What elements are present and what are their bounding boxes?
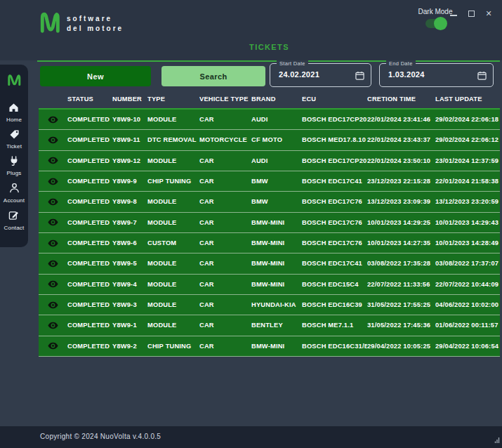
cell-brand: BMW-MINI: [251, 260, 302, 267]
cell-number: Y8W9-7: [112, 219, 147, 226]
calendar-icon[interactable]: [477, 70, 487, 83]
sidebar-item-ticket[interactable]: Ticket: [6, 129, 22, 150]
sidebar-item-plugs[interactable]: Plugs: [6, 156, 21, 176]
ticket-tag-icon: [9, 129, 20, 142]
cell-type: MODULE: [147, 322, 199, 329]
toggle-knob: [434, 17, 447, 30]
table-row[interactable]: COMPLETED Y8W9-8 MODULE CAR BMW BOSCH ED…: [39, 192, 500, 212]
dark-mode-toggle[interactable]: [425, 19, 445, 28]
cell-brand: BMW-MINI: [251, 219, 302, 226]
cell-number: Y8W9-3: [112, 301, 147, 308]
view-eye-icon[interactable]: [48, 116, 58, 124]
table-row[interactable]: COMPLETED Y8W9-7 MODULE CAR BMW-MINI BOS…: [39, 213, 500, 233]
cell-brand: AUDI: [251, 116, 302, 123]
table-row[interactable]: COMPLETED Y8W9-6 CUSTOM CAR BMW-MINI BOS…: [39, 233, 500, 253]
table-body: COMPLETED Y8W9-10 MODULE CAR AUDI BOSCH …: [39, 108, 500, 357]
view-eye-icon[interactable]: [48, 239, 58, 247]
table-row[interactable]: COMPLETED Y8W9-3 MODULE CAR HYUNDAI-KIA …: [39, 295, 500, 315]
start-date-value: 24.02.2021: [279, 70, 319, 79]
view-eye-icon[interactable]: [48, 136, 58, 144]
view-eye-icon[interactable]: [48, 322, 58, 329]
table-header-row: STATUS NUMBER TYPE VEHICLE TYPE BRAND EC…: [39, 90, 500, 108]
view-eye-icon[interactable]: [48, 218, 58, 226]
table-row[interactable]: COMPLETED Y8W9-9 CHIP TUNING CAR BMW BOS…: [39, 171, 500, 192]
table-row[interactable]: COMPLETED Y8W9-12 MODULE CAR AUDI BOSCH …: [39, 151, 500, 171]
close-icon[interactable]: ✕: [484, 9, 493, 18]
resize-grip-icon[interactable]: [494, 433, 500, 446]
cell-last-update: 10/01/2023 14:28:49: [435, 239, 500, 246]
cell-brand: AUDI: [251, 157, 302, 164]
end-date-field[interactable]: End Date 1.03.2024: [379, 63, 494, 87]
view-eye-icon[interactable]: [48, 280, 58, 288]
cell-status: COMPLETED: [67, 157, 112, 164]
cell-vehicle-type: CAR: [199, 260, 251, 267]
view-eye-icon[interactable]: [48, 342, 58, 350]
column-header-type: TYPE: [147, 95, 199, 103]
table-row[interactable]: COMPLETED Y8W9-1 MODULE CAR BENTLEY BOSC…: [39, 315, 500, 336]
person-icon: [9, 183, 20, 196]
cell-number: Y8W9-6: [112, 239, 147, 246]
cell-vehicle-type: CAR: [199, 343, 251, 350]
cell-status: COMPLETED: [67, 343, 112, 350]
cell-last-update: 29/02/2024 22:06:18: [435, 116, 500, 123]
minimize-icon[interactable]: [449, 9, 458, 18]
cell-last-update: 22/01/2024 21:58:38: [435, 178, 500, 185]
cell-number: Y8W9-4: [112, 281, 147, 288]
cell-cretion-time: 22/01/2024 23:41:46: [367, 116, 435, 123]
cell-last-update: 23/01/2024 12:37:59: [435, 157, 500, 164]
cell-cretion-time: 23/12/2023 22:15:28: [367, 178, 435, 185]
cell-ecu: BOSCH EDC17C41: [302, 260, 367, 267]
sidebar-item-home[interactable]: Home: [6, 103, 22, 123]
sidebar-item-contact[interactable]: Contact: [4, 210, 25, 231]
column-header-vehicle-type: VEHICLE TYPE: [199, 95, 251, 103]
cell-cretion-time: 31/05/2022 17:45:36: [367, 322, 435, 329]
table-row[interactable]: COMPLETED Y8W9-10 MODULE CAR AUDI BOSCH …: [39, 110, 500, 130]
accent-divider: [37, 60, 500, 62]
cell-brand: BENTLEY: [251, 322, 302, 329]
sidebar-logo-icon: [6, 74, 22, 89]
cell-brand: BMW: [251, 198, 302, 205]
calendar-icon[interactable]: [355, 70, 364, 83]
maximize-icon[interactable]: [467, 9, 475, 18]
cell-ecu: BOSCH EDC17CP20: [302, 157, 367, 164]
cell-vehicle-type: CAR: [199, 198, 251, 205]
cell-type: MODULE: [147, 157, 199, 164]
cell-number: Y8W9-10: [112, 116, 147, 123]
cell-number: Y8W9-11: [112, 136, 147, 143]
cell-type: CHIP TUNING: [147, 343, 199, 350]
cell-cretion-time: 22/07/2022 11:33:56: [367, 281, 435, 288]
app-header: software del motore Dark Mode ✕: [0, 0, 502, 60]
copyright-text: Copyright © 2024 NuoVolta v.4.0.0.5: [40, 433, 161, 440]
table-row[interactable]: COMPLETED Y8W9-2 CHIP TUNING CAR BMW-MIN…: [39, 336, 500, 357]
start-date-field[interactable]: Start Date 24.02.2021: [270, 63, 371, 87]
cell-type: MODULE: [147, 116, 199, 123]
table-row[interactable]: COMPLETED Y8W9-5 MODULE CAR BMW-MINI BOS…: [39, 253, 500, 274]
cell-number: Y8W9-8: [112, 198, 147, 205]
cell-brand: CF MOTO: [251, 136, 302, 143]
table-row[interactable]: COMPLETED Y8W9-11 DTC REMOVAL MOTORCYCLE…: [39, 130, 500, 150]
view-eye-icon[interactable]: [48, 157, 58, 164]
cell-type: CHIP TUNING: [147, 178, 199, 185]
sidebar-item-label: Account: [4, 197, 25, 204]
cell-brand: BMW-MINI: [251, 343, 302, 350]
sidebar-item-label: Home: [6, 117, 22, 123]
cell-vehicle-type: CAR: [199, 281, 251, 288]
sidebar-item-account[interactable]: Account: [4, 183, 25, 204]
view-eye-icon[interactable]: [48, 301, 58, 309]
cell-cretion-time: 10/01/2023 14:27:35: [367, 239, 435, 246]
cell-status: COMPLETED: [67, 260, 112, 267]
brand-name: software del motore: [67, 14, 124, 34]
end-date-value: 1.03.2024: [388, 70, 425, 79]
view-eye-icon[interactable]: [48, 178, 58, 185]
cell-type: MODULE: [147, 219, 199, 226]
search-button[interactable]: Search: [161, 66, 265, 86]
view-eye-icon[interactable]: [48, 260, 58, 268]
column-header-cretion-time: CRETION TIME: [367, 95, 435, 103]
view-eye-icon[interactable]: [48, 198, 58, 206]
table-row[interactable]: COMPLETED Y8W9-4 MODULE CAR BMW-MINI BOS…: [39, 275, 500, 295]
cell-last-update: 13/12/2023 23:20:59: [435, 198, 500, 205]
new-button[interactable]: New: [40, 66, 151, 86]
footer-bar: Copyright © 2024 NuoVolta v.4.0.0.5: [0, 426, 502, 448]
cell-vehicle-type: CAR: [199, 322, 251, 329]
home-icon: [8, 103, 19, 115]
